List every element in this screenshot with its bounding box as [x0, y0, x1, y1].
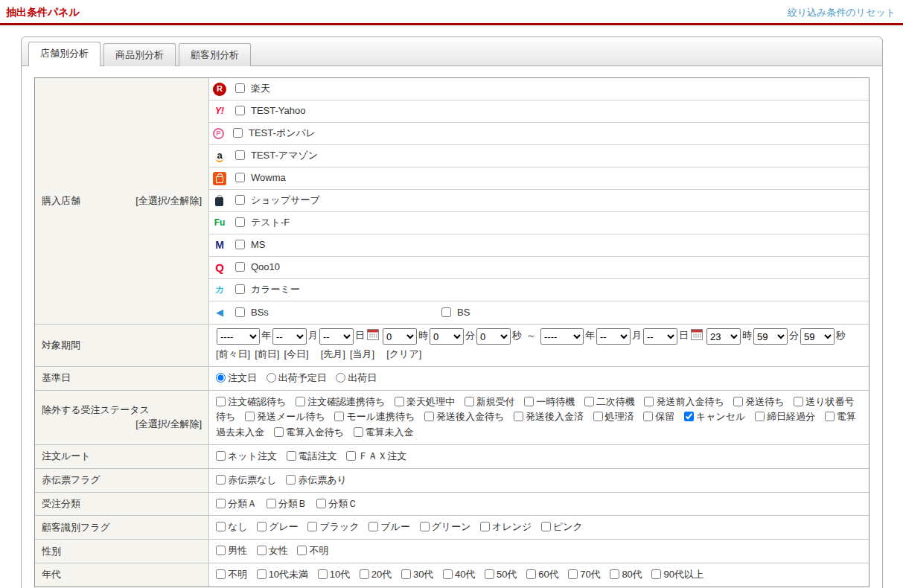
store-checkbox-option-secondary[interactable]: BS — [441, 305, 470, 321]
checkbox-option[interactable]: 不明 — [297, 545, 328, 556]
checkbox-option[interactable]: 分類Ｂ — [267, 498, 307, 509]
checkbox[interactable] — [395, 397, 404, 406]
checkbox[interactable] — [420, 522, 430, 531]
store-checkbox-option[interactable]: カラーミー — [235, 282, 300, 298]
checkbox-option[interactable]: 注文確認連携待ち — [296, 396, 385, 407]
checkbox[interactable] — [465, 397, 474, 406]
checkbox[interactable] — [424, 412, 434, 421]
checkbox[interactable] — [307, 522, 317, 531]
reset-conditions-link[interactable]: 絞り込み条件のリセット — [788, 6, 896, 19]
checkbox-option[interactable]: 楽天処理中 — [395, 396, 455, 407]
checkbox-option[interactable]: ブラック — [307, 521, 359, 532]
checkbox[interactable] — [257, 569, 267, 579]
radio-button[interactable] — [216, 373, 226, 383]
tab[interactable]: 顧客別分析 — [179, 43, 251, 66]
checkbox[interactable] — [584, 397, 594, 406]
checkbox-option[interactable]: グリーン — [420, 521, 471, 532]
tab[interactable]: 店舗別分析 — [28, 42, 100, 66]
checkbox-option[interactable]: 10代 — [318, 569, 350, 580]
radio-option[interactable]: 出荷予定日 — [267, 372, 327, 383]
checkbox[interactable] — [485, 569, 494, 579]
checkbox-option[interactable]: 20代 — [360, 569, 392, 580]
checkbox-option[interactable]: 締日経過分 — [755, 411, 815, 422]
select-all-link[interactable]: [全選択/全解除] — [135, 194, 202, 208]
checkbox-option[interactable]: 新規受付 — [465, 396, 515, 407]
radio-option[interactable]: 注文日 — [216, 372, 257, 383]
checkbox[interactable] — [825, 412, 835, 421]
checkbox-option[interactable]: 分類Ｃ — [316, 498, 357, 509]
checkbox[interactable] — [733, 397, 743, 406]
calendar-icon[interactable] — [691, 329, 703, 340]
checkbox[interactable] — [346, 451, 356, 461]
checkbox[interactable] — [297, 546, 307, 555]
checkbox-option[interactable]: オレンジ — [480, 521, 532, 532]
checkbox-option[interactable]: 処理済 — [593, 411, 634, 422]
checkbox[interactable] — [216, 546, 226, 555]
checkbox-option[interactable]: 10代未満 — [257, 569, 308, 580]
checkbox[interactable] — [257, 546, 267, 555]
from-day-select[interactable]: -- — [319, 328, 354, 345]
checkbox-option[interactable]: 発送後入金済 — [514, 411, 584, 422]
store-checkbox-option[interactable]: Wowma — [235, 170, 286, 186]
checkbox-option[interactable]: 分類Ａ — [216, 498, 257, 509]
from-month-select[interactable]: -- — [272, 328, 307, 345]
checkbox-option[interactable]: なし — [216, 521, 248, 532]
checkbox[interactable] — [593, 412, 603, 421]
tab[interactable]: 商品別分析 — [103, 43, 176, 66]
from-minute-select[interactable]: 0 — [430, 328, 464, 345]
checkbox[interactable] — [316, 499, 326, 508]
store-checkbox[interactable] — [235, 307, 245, 317]
checkbox[interactable] — [651, 569, 661, 579]
checkbox-option[interactable]: ピンク — [541, 521, 583, 532]
store-checkbox[interactable] — [235, 195, 245, 205]
checkbox[interactable] — [216, 451, 226, 461]
checkbox[interactable] — [274, 427, 284, 437]
checkbox-option[interactable]: 男性 — [216, 545, 247, 556]
checkbox[interactable] — [401, 569, 411, 579]
checkbox[interactable] — [216, 522, 226, 531]
checkbox[interactable] — [245, 412, 255, 421]
checkbox-option[interactable]: 電話注文 — [287, 450, 337, 461]
checkbox[interactable] — [526, 569, 536, 579]
store-checkbox-option[interactable]: 楽天 — [235, 81, 270, 97]
checkbox-option[interactable]: ブルー — [368, 521, 410, 532]
checkbox[interactable] — [480, 522, 490, 531]
quick-link[interactable]: [クリア] — [386, 348, 421, 359]
store-checkbox-option[interactable]: BSs — [235, 305, 269, 321]
checkbox[interactable] — [216, 499, 226, 508]
checkbox[interactable] — [755, 412, 765, 421]
checkbox[interactable] — [514, 412, 523, 421]
checkbox[interactable] — [216, 569, 226, 579]
checkbox-option[interactable]: グレー — [257, 521, 299, 532]
quick-link[interactable]: [前々日] — [216, 348, 250, 359]
checkbox-option[interactable]: 90代以上 — [651, 569, 703, 580]
to-month-select[interactable]: -- — [596, 328, 631, 345]
checkbox[interactable] — [610, 569, 619, 579]
checkbox[interactable] — [286, 475, 296, 485]
quick-link[interactable]: [先月] — [321, 348, 345, 359]
checkbox[interactable] — [334, 412, 344, 421]
checkbox[interactable] — [287, 451, 296, 461]
store-checkbox[interactable] — [441, 307, 451, 317]
store-checkbox-option[interactable]: TEST-Yahoo — [235, 103, 305, 119]
store-checkbox[interactable] — [233, 128, 243, 138]
from-second-select[interactable]: 0 — [476, 328, 511, 345]
checkbox-option[interactable]: 50代 — [485, 569, 517, 580]
checkbox[interactable] — [684, 412, 694, 421]
checkbox-option[interactable]: キャンセル — [684, 411, 746, 422]
checkbox-option[interactable]: 一時待機 — [524, 396, 575, 407]
quick-link[interactable]: [今日] — [284, 348, 308, 359]
store-checkbox[interactable] — [235, 217, 245, 227]
checkbox[interactable] — [257, 522, 267, 531]
checkbox-option[interactable]: 不明 — [216, 569, 247, 580]
checkbox-option[interactable]: 電算入金待ち — [274, 426, 344, 438]
store-checkbox[interactable] — [235, 284, 245, 294]
checkbox-option[interactable]: 女性 — [257, 545, 288, 556]
store-checkbox[interactable] — [235, 83, 245, 93]
checkbox-option[interactable]: 発送後入金待ち — [424, 411, 504, 422]
select-all-link[interactable]: [全選択/全解除] — [135, 418, 202, 429]
checkbox[interactable] — [644, 397, 654, 406]
to-minute-select[interactable]: 59 — [753, 328, 788, 345]
checkbox[interactable] — [541, 522, 551, 531]
checkbox-option[interactable]: 注文確認待ち — [216, 396, 286, 407]
